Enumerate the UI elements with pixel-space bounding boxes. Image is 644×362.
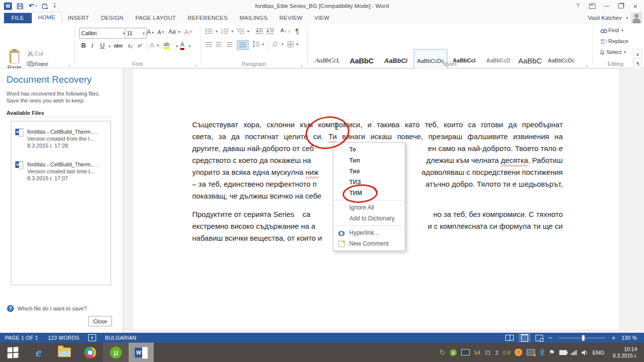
- page-indicator[interactable]: PAGE 1 OF 1: [0, 335, 43, 341]
- save-icon[interactable]: [17, 3, 23, 9]
- zoom-out-button[interactable]: −: [548, 335, 552, 341]
- word-count[interactable]: 123 WORDS: [43, 335, 84, 341]
- decrease-indent-button[interactable]: [256, 28, 263, 34]
- font-family-combobox[interactable]: Calibri▾: [79, 28, 127, 39]
- customize-qat-dropdown[interactable]: ▾: [54, 3, 56, 9]
- action-center-flag-icon[interactable]: ⚑: [549, 349, 555, 356]
- word-logo-icon[interactable]: W: [4, 2, 12, 10]
- zoom-slider-handle[interactable]: [582, 335, 585, 341]
- paragraph-dialog-launcher[interactable]: ⌟: [300, 62, 302, 67]
- signal-bars-icon[interactable]: [571, 350, 577, 355]
- font-color-button[interactable]: A: [180, 41, 184, 50]
- font-size-combobox[interactable]: 11▾: [125, 28, 147, 39]
- clear-formatting-button[interactable]: A◤: [184, 28, 193, 36]
- text-effects-button[interactable]: A▾: [150, 41, 159, 49]
- close-button[interactable]: ×: [629, 0, 642, 11]
- zoom-level[interactable]: 130 %: [619, 335, 640, 341]
- tab-file[interactable]: FILE: [4, 13, 32, 23]
- bluetooth-icon[interactable]: [539, 349, 544, 356]
- tab-mailings[interactable]: MAILINGS: [234, 13, 274, 23]
- justify-button[interactable]: [237, 40, 249, 50]
- recovered-file-item[interactable]: fordítás - CellBuild_Therm... . Version …: [15, 161, 98, 182]
- tab-design[interactable]: DESIGN: [95, 13, 129, 23]
- bold-button[interactable]: B: [81, 42, 86, 49]
- monitor-tray-icon[interactable]: [461, 349, 470, 356]
- line-spacing-button[interactable]: ▾: [253, 41, 264, 48]
- taskbar-chrome[interactable]: [77, 343, 103, 362]
- collapse-ribbon-button[interactable]: ∧: [637, 62, 640, 67]
- read-mode-button[interactable]: [504, 333, 516, 342]
- add-to-dictionary-item[interactable]: Add to Dictionary: [333, 213, 405, 224]
- numbering-button[interactable]: 123▾: [221, 28, 233, 34]
- sync-icon[interactable]: ↻: [439, 349, 446, 356]
- battery-icon[interactable]: [559, 350, 567, 355]
- taskbar-word-active[interactable]: [129, 343, 154, 362]
- align-center-button[interactable]: [216, 42, 221, 47]
- help-button[interactable]: ?: [571, 0, 585, 11]
- tab-view[interactable]: VIEW: [309, 13, 335, 23]
- orange-app-tray-icon[interactable]: [515, 349, 522, 356]
- strikethrough-button[interactable]: abc: [114, 43, 123, 49]
- language-indicator[interactable]: BULGARIAN: [100, 335, 141, 341]
- new-comment-item[interactable]: New Comment: [333, 238, 405, 249]
- taskbar-file-explorer[interactable]: [52, 343, 77, 362]
- select-button[interactable]: Select▾: [600, 49, 626, 55]
- account-area[interactable]: Vasil Kalchev ▾: [588, 12, 644, 23]
- recovery-close-button[interactable]: Close: [88, 316, 112, 326]
- restore-button[interactable]: [614, 0, 628, 11]
- speaker-icon[interactable]: [581, 350, 588, 356]
- start-button[interactable]: [0, 343, 26, 362]
- recovered-file-item[interactable]: fordítás - CellBuild_Therm... . Version …: [15, 128, 98, 149]
- multilevel-list-button[interactable]: ▾: [237, 28, 249, 34]
- highlight-dropdown[interactable]: ▾: [176, 44, 178, 49]
- replace-button[interactable]: abac Replace: [600, 38, 628, 44]
- italic-button[interactable]: I: [91, 42, 93, 50]
- proofing-errors-icon[interactable]: ✕: [88, 334, 96, 341]
- undo-button[interactable]: [28, 3, 37, 9]
- styles-gallery-up[interactable]: ▲: [633, 49, 642, 59]
- taskbar-internet-explorer[interactable]: e: [26, 343, 52, 362]
- shrink-font-button[interactable]: A▾: [158, 29, 164, 35]
- find-button[interactable]: Find▾: [600, 27, 623, 33]
- network-warning-icon[interactable]: [527, 349, 535, 356]
- suggestion-item[interactable]: ТИЗ: [333, 177, 405, 188]
- suggestion-item[interactable]: Те: [333, 144, 405, 155]
- hyperlink-item[interactable]: Hyperlink...: [333, 227, 405, 238]
- increase-indent-button[interactable]: [267, 28, 274, 34]
- tab-references[interactable]: REFERENCES: [182, 13, 234, 23]
- tab-home[interactable]: HOME: [32, 12, 62, 23]
- ignore-all-item[interactable]: Ignore All: [333, 202, 405, 213]
- clipboard-dialog-launcher[interactable]: ⌟: [68, 62, 70, 67]
- utorrent-tray-icon[interactable]: µ: [450, 349, 457, 356]
- zoom-slider[interactable]: [558, 338, 606, 338]
- shading-button[interactable]: ▾: [271, 41, 283, 48]
- suggestion-item[interactable]: Тип: [333, 155, 405, 166]
- cut-button[interactable]: Cut: [28, 51, 43, 56]
- styles-dialog-launcher[interactable]: ⌟: [586, 62, 588, 67]
- web-layout-button[interactable]: [534, 333, 545, 342]
- suggestion-item[interactable]: Тия: [333, 166, 405, 177]
- show-hide-pilcrow-button[interactable]: ¶: [295, 27, 299, 35]
- highlight-color-button[interactable]: ab: [163, 41, 169, 49]
- bullets-button[interactable]: ▾: [205, 28, 217, 34]
- clock[interactable]: 10:14 9.3.2015 г.: [609, 346, 641, 359]
- superscript-button[interactable]: x²: [138, 43, 142, 49]
- align-left-button[interactable]: [205, 42, 212, 47]
- font-color-dropdown[interactable]: ▾: [189, 44, 191, 49]
- tab-review[interactable]: REVIEW: [273, 13, 309, 23]
- print-layout-button[interactable]: [519, 333, 531, 342]
- underline-button[interactable]: U: [100, 42, 105, 49]
- input-language[interactable]: ENG: [592, 350, 604, 356]
- underline-dropdown[interactable]: ▾: [108, 44, 110, 49]
- tab-insert[interactable]: INSERT: [62, 13, 95, 23]
- align-right-button[interactable]: [227, 42, 232, 47]
- which-file-help-link[interactable]: ? Which file do I want to save?: [7, 305, 87, 312]
- font-dialog-launcher[interactable]: ⌟: [194, 62, 196, 67]
- borders-button[interactable]: ▾: [287, 41, 298, 48]
- redo-button[interactable]: [42, 3, 49, 9]
- subscript-button[interactable]: x₂: [128, 43, 133, 49]
- change-case-button[interactable]: Aa▾: [168, 28, 180, 35]
- grow-font-button[interactable]: A▴: [147, 28, 154, 36]
- sort-button[interactable]: A↓↓: [280, 27, 290, 33]
- zoom-in-button[interactable]: +: [612, 335, 616, 341]
